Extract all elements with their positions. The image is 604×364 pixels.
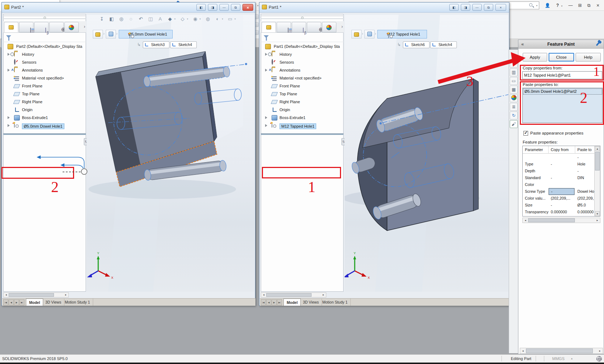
view-orientation-icon[interactable]: ◆ bbox=[165, 16, 174, 22]
table-row-screw-type[interactable]: Screw Type-Dowel Ho bbox=[523, 188, 594, 195]
paste-target-item[interactable]: Ø5.0mm Dowel Hole1@Part2 bbox=[523, 88, 602, 95]
part2-viewport[interactable]: X Z Y ↧ ◧ ◎ ◌ ↶ ◫ A ◆▾ ◇▾ ◉▾ ◍ ◐▾ ▭▾ › ›… bbox=[87, 15, 254, 292]
paste-properties-listbox[interactable]: Ø5.0mm Dowel Hole1@Part2 bbox=[522, 88, 603, 123]
tile-right-icon[interactable]: ◨ bbox=[461, 4, 470, 11]
panel-splitter-handle[interactable] bbox=[261, 15, 344, 19]
expand-arrow-icon[interactable] bbox=[8, 124, 11, 127]
status-globe-icon[interactable] bbox=[596, 356, 602, 361]
view-settings-icon[interactable]: ▭ bbox=[226, 16, 235, 22]
table-row[interactable]: Depth- bbox=[523, 168, 594, 174]
edit-appearance-icon[interactable]: ◍ bbox=[204, 16, 212, 22]
help-button[interactable]: Help bbox=[576, 53, 601, 62]
apply-scene-icon[interactable]: ◐ bbox=[213, 16, 222, 22]
scroll-left-icon[interactable]: ◂ bbox=[523, 218, 528, 223]
prev-tab-icon[interactable]: ◀ bbox=[9, 299, 14, 305]
tile-left-icon[interactable]: ◧ bbox=[449, 4, 459, 11]
part2-window-titlebar[interactable]: Part2 * ◧ ◨ — ⧉ × bbox=[2, 3, 255, 13]
hide-show-dropdown-icon[interactable]: ▾ bbox=[200, 18, 203, 21]
sync-forum-icon[interactable]: ↻ bbox=[510, 112, 518, 119]
rollback-bar[interactable] bbox=[3, 133, 86, 135]
tree-filter[interactable] bbox=[261, 34, 344, 42]
dynamic-annotation-icon[interactable]: A bbox=[156, 16, 164, 22]
tree-item-annotations[interactable]: Annotations bbox=[3, 67, 86, 74]
table-row[interactable]: - bbox=[523, 154, 594, 161]
scroll-thumb[interactable] bbox=[266, 293, 312, 297]
tab-model[interactable]: Model bbox=[26, 299, 43, 306]
displaymanager-tab[interactable] bbox=[322, 22, 336, 32]
panel-splitter-handle[interactable] bbox=[3, 15, 86, 19]
tree-item-right-plane[interactable]: Right Plane bbox=[3, 98, 86, 106]
tree-item-sensors[interactable]: Sensors bbox=[261, 59, 344, 67]
next-tab-icon[interactable]: ▶ bbox=[14, 299, 19, 305]
scroll-down-icon[interactable]: ▼ bbox=[595, 211, 600, 216]
expand-arrow-icon[interactable] bbox=[8, 69, 11, 72]
zoom-to-fit-icon[interactable]: ↧ bbox=[97, 16, 106, 22]
first-tab-icon[interactable]: |◀ bbox=[261, 299, 266, 305]
search-dropdown-icon[interactable]: ▾ bbox=[536, 4, 537, 7]
tree-item-top-plane[interactable]: Top Plane bbox=[3, 90, 86, 98]
close-button[interactable]: Close bbox=[549, 53, 574, 62]
display-style-icon[interactable]: ◇ bbox=[178, 16, 187, 22]
configurationmanager-tab[interactable] bbox=[34, 22, 49, 32]
table-row[interactable]: Color bbox=[523, 181, 594, 188]
tab-motion-study-1[interactable]: Motion Study 1 bbox=[62, 299, 93, 306]
next-tab-icon[interactable]: ▶ bbox=[272, 299, 277, 305]
tree-item-boss-extrude1[interactable]: Boss-Extrude1 bbox=[261, 114, 344, 122]
window-minimize-icon[interactable]: — bbox=[219, 4, 229, 11]
sketch6-button[interactable]: Sketch6 bbox=[403, 41, 430, 48]
tree-item-dowel-hole[interactable]: Ø5.0mm Dowel Hole1 bbox=[3, 122, 86, 130]
view-settings-dropdown-icon[interactable]: ▾ bbox=[235, 18, 237, 21]
expand-arrow-icon[interactable] bbox=[265, 124, 269, 127]
scroll-right-icon[interactable]: ▸ bbox=[595, 218, 600, 223]
breadcrumb-part-segment[interactable] bbox=[351, 30, 362, 38]
feature-paint-header[interactable]: « Feature Paint bbox=[518, 40, 604, 49]
units-dropdown-icon[interactable]: ▲ bbox=[571, 357, 573, 360]
part1-window-titlebar[interactable]: Part1 * ◧ ◨ — ⧉ × bbox=[259, 3, 509, 13]
propertymanager-tab[interactable] bbox=[277, 22, 291, 32]
expand-arrow-icon[interactable] bbox=[265, 69, 269, 72]
magnify-icon[interactable]: ◌ bbox=[127, 16, 135, 22]
sketch4-button[interactable]: Sketch4 bbox=[430, 41, 457, 48]
window-restore-icon[interactable]: ⧉ bbox=[484, 4, 493, 11]
expand-arrow-icon[interactable] bbox=[265, 116, 269, 119]
solidworks-resources-icon[interactable]: ⌂ bbox=[510, 60, 518, 68]
minimize-icon[interactable]: — bbox=[567, 2, 574, 9]
zoom-area-icon[interactable]: ◎ bbox=[117, 16, 126, 22]
featuremanager-tab[interactable] bbox=[262, 22, 276, 32]
restore-icon[interactable]: ⧉ bbox=[585, 2, 592, 9]
tree-horizontal-scrollbar[interactable]: ◂ ▸ bbox=[3, 292, 69, 297]
tree-item-origin[interactable]: Origin bbox=[261, 106, 344, 114]
appearances-scenes-icon[interactable] bbox=[510, 94, 518, 102]
pin-panel-icon[interactable] bbox=[595, 41, 601, 47]
breadcrumb-body-segment[interactable] bbox=[106, 30, 116, 38]
window-close-icon[interactable]: × bbox=[242, 4, 253, 11]
table-row[interactable]: Standard-DIN bbox=[523, 174, 594, 181]
displaymanager-tab[interactable] bbox=[64, 22, 79, 32]
status-units-selector[interactable]: MMGS bbox=[552, 356, 564, 361]
feature-properties-table[interactable]: Parameter Copy from Paste to - Type-Hole… bbox=[522, 146, 600, 217]
rollback-bar[interactable] bbox=[261, 133, 344, 135]
search-icon[interactable] bbox=[529, 3, 532, 6]
table-row[interactable]: Transparency0.0000000.000000 bbox=[523, 209, 594, 215]
tree-item-root[interactable]: Part2 (Default<<Default>_Display Sta bbox=[3, 43, 86, 51]
propertymanager-tab[interactable] bbox=[19, 22, 33, 32]
tree-horizontal-scrollbar[interactable]: ◂ ▸ bbox=[261, 292, 326, 297]
sketch3-button[interactable]: Sketch3 bbox=[143, 41, 169, 48]
breadcrumb-feature-segment[interactable]: Ø5.0mm Dowel Hole1 bbox=[119, 30, 173, 38]
scroll-thumb[interactable] bbox=[526, 349, 593, 353]
dimxpertmanager-tab[interactable] bbox=[49, 22, 64, 32]
scroll-thumb[interactable] bbox=[9, 293, 54, 297]
view-orientation-dropdown-icon[interactable]: ▾ bbox=[174, 18, 177, 21]
close-icon[interactable]: × bbox=[594, 2, 601, 9]
tree-item-front-plane[interactable]: Front Plane bbox=[261, 82, 344, 90]
expand-arrow-icon[interactable] bbox=[8, 116, 11, 119]
window-restore-icon[interactable]: ⧉ bbox=[231, 4, 240, 11]
span-displays-icon[interactable]: ⊞ bbox=[576, 2, 583, 9]
featuremanager-tab[interactable] bbox=[4, 22, 18, 32]
breadcrumb-part-segment[interactable] bbox=[93, 30, 103, 38]
tree-filter[interactable] bbox=[3, 34, 86, 42]
tree-item-root[interactable]: Part1 (Default<<Default>_Display Sta bbox=[261, 43, 344, 51]
column-header-paste-to[interactable]: Paste to bbox=[575, 146, 594, 154]
feature-paint-brush-icon[interactable]: 🖌 bbox=[510, 120, 518, 128]
scroll-thumb[interactable] bbox=[595, 152, 600, 170]
